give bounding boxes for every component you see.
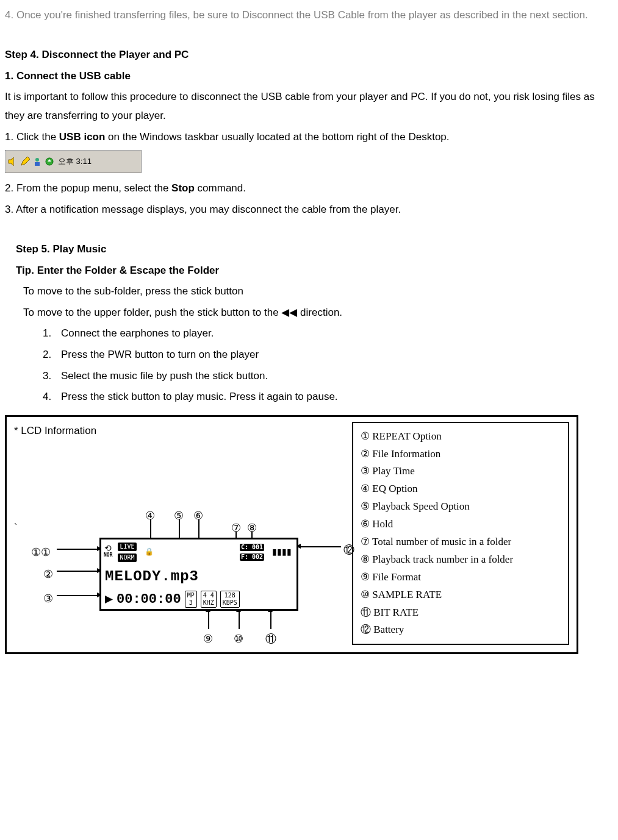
legend-5: ⑤ Playback Speed Option xyxy=(361,498,561,516)
svg-marker-0 xyxy=(9,157,13,166)
lcd-diagram: * LCD Information ` ④ ⑤ ⑥ ⑦ ⑧ ①① ② ③ ⑫ ⑨… xyxy=(14,422,340,646)
rewind-glyph: ◀◀ xyxy=(281,307,297,318)
step5-ol4: 4.Press the stick button to play music. … xyxy=(23,388,613,407)
battery-icon: ▮▮▮▮ xyxy=(272,544,292,560)
play-icon: ▶ xyxy=(105,590,113,609)
legend-3: ③ Play Time xyxy=(361,463,561,480)
step4-li1: 1. Click the USB icon on the Windows tas… xyxy=(5,128,613,147)
step5-move1: To move to the sub-folder, press the sti… xyxy=(23,282,613,301)
step5-ol4-text: Press the stick button to play music. Pr… xyxy=(61,391,338,402)
norm-badge: NORM xyxy=(118,553,136,562)
step5-ol2-text: Press the PWR button to turn on the play… xyxy=(61,349,259,360)
lcd-title: * LCD Information xyxy=(14,422,340,441)
usb-eject-icon xyxy=(45,157,54,166)
marker-3: ③ xyxy=(43,589,53,608)
svg-marker-1 xyxy=(21,157,30,165)
lcd-legend: ① REPEAT Option ② File Information ③ Pla… xyxy=(352,422,569,646)
marker-2: ② xyxy=(43,564,53,584)
step4-li3: 3. After a notification message displays… xyxy=(5,201,613,219)
intro-text: Once you're finished transferring files,… xyxy=(13,9,588,21)
lcd-info-box: * LCD Information ` ④ ⑤ ⑥ ⑦ ⑧ ①① ② ③ ⑫ ⑨… xyxy=(5,415,578,655)
step5-ol3-text: Select the music file by push the stick … xyxy=(61,370,268,382)
stray-backtick: ` xyxy=(14,519,17,537)
intro-paragraph: 4. Once you're finished transferring fil… xyxy=(5,6,613,25)
legend-8: ⑧ Playback track number in a folder xyxy=(361,551,561,569)
windows-taskbar-tray: 오후 3:11 xyxy=(5,150,142,173)
step4-li1b: USB icon xyxy=(59,131,106,143)
kbps-badge: 128 KBPS xyxy=(220,591,240,608)
step4-sub1: 1. Connect the USB cable xyxy=(5,67,613,86)
step5-title: Step 5. Play Music xyxy=(16,240,613,259)
count-f: F: 002 xyxy=(240,553,264,561)
step5-ol3: 3.Select the music file by push the stic… xyxy=(23,367,613,386)
hold-lock-icon: 🔒 xyxy=(145,546,154,559)
pencil-icon xyxy=(20,157,30,166)
step4-li2b: Stop xyxy=(171,182,195,194)
step4-li1c: on the Windows taskbar usually located a… xyxy=(105,131,449,143)
marker-10: ⑩ xyxy=(234,629,243,649)
legend-7: ⑦ Total number of music in a folder xyxy=(361,533,561,551)
marker-1: ①① xyxy=(31,543,51,562)
step4-p1: It is important to follow this procedure… xyxy=(5,88,613,125)
lcd-screen: ⟲ NOR LIVE NORM 🔒 C: 001 F: 002 ▮▮▮▮ xyxy=(99,538,298,611)
mp3-badge: MP 3 xyxy=(185,591,197,608)
user-icon xyxy=(32,157,42,166)
legend-4: ④ EQ Option xyxy=(361,480,561,498)
marker-9: ⑨ xyxy=(203,629,213,649)
step5-tip: Tip. Enter the Folder & Escape the Folde… xyxy=(16,262,613,280)
step5-ol2: 2.Press the PWR button to turn on the pl… xyxy=(23,346,613,365)
step5-ol1: 1.Connect the earphones to player. xyxy=(23,324,613,343)
legend-10: ⑩ SAMPLE RATE xyxy=(361,586,561,604)
step5-move2: To move to the upper folder, push the st… xyxy=(23,304,613,322)
marker-11: ⑪ xyxy=(265,629,276,649)
intro-number: 4. xyxy=(5,9,13,21)
lcd-filename: MELODY.mp3 xyxy=(105,563,199,589)
svg-point-2 xyxy=(35,158,39,162)
step4-li1a: 1. Click the xyxy=(5,131,59,143)
khz-badge: 4 4 KHZ xyxy=(201,591,217,608)
legend-6: ⑥ Hold xyxy=(361,516,561,533)
step4-li2c: command. xyxy=(195,182,246,194)
svg-rect-3 xyxy=(35,162,40,166)
step4-title: Step 4. Disconnect the Player and PC xyxy=(5,46,613,65)
legend-9: ⑨ File Format xyxy=(361,569,561,586)
nor-label: NOR xyxy=(104,551,112,560)
step5-ol1-text: Connect the earphones to player. xyxy=(61,327,214,339)
volume-icon xyxy=(8,157,18,166)
repeat-icon: ⟲ xyxy=(104,545,112,551)
step4-li2: 2. From the popup menu, select the Stop … xyxy=(5,179,613,198)
step5-move2c: direction. xyxy=(297,307,342,318)
lcd-time: 00:00:00 xyxy=(117,588,181,612)
legend-11: ⑪ BIT RATE xyxy=(361,604,561,622)
taskbar-time: 오후 3:11 xyxy=(58,154,92,168)
legend-2: ② File Information xyxy=(361,446,561,463)
live-badge: LIVE xyxy=(118,543,136,551)
step4-li2a: 2. From the popup menu, select the xyxy=(5,182,171,194)
legend-1: ① REPEAT Option xyxy=(361,428,561,446)
marker-12: ⑫ xyxy=(343,540,354,560)
count-c: C: 001 xyxy=(240,544,264,551)
step5-move2a: To move to the upper folder, push the st… xyxy=(23,307,281,318)
legend-12: ⑫ Battery xyxy=(361,621,561,639)
